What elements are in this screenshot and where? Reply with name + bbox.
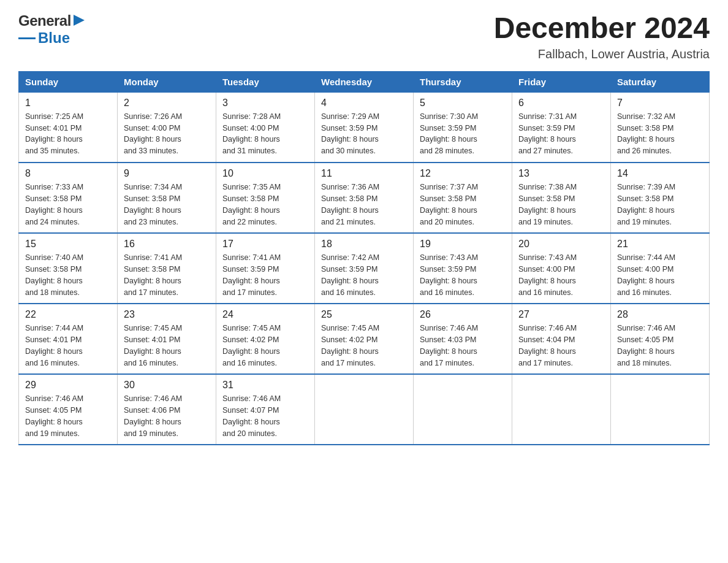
calendar-day-cell: 1 Sunrise: 7:25 AM Sunset: 4:01 PM Dayli…: [19, 92, 118, 163]
sunrise-text: Sunrise: 7:40 AM: [25, 253, 83, 262]
day-info: Sunrise: 7:25 AM Sunset: 4:01 PM Dayligh…: [25, 111, 111, 157]
day-info: Sunrise: 7:37 AM Sunset: 3:58 PM Dayligh…: [420, 182, 506, 228]
calendar-day-cell: 14 Sunrise: 7:39 AM Sunset: 3:58 PM Dayl…: [611, 163, 710, 233]
daylight-text: Daylight: 8 hours: [124, 277, 181, 285]
daylight-text: Daylight: 8 hours: [124, 135, 181, 144]
day-info: Sunrise: 7:31 AM Sunset: 3:59 PM Dayligh…: [518, 111, 604, 157]
sunset-text: Sunset: 4:05 PM: [25, 406, 82, 415]
logo: General Blue: [18, 12, 86, 47]
location-subtitle: Fallbach, Lower Austria, Austria: [494, 47, 710, 61]
sunrise-text: Sunrise: 7:45 AM: [222, 324, 281, 332]
daylight-minutes-text: and 17 minutes.: [124, 288, 178, 297]
sunset-text: Sunset: 3:58 PM: [420, 194, 476, 203]
daylight-minutes-text: and 22 minutes.: [222, 218, 277, 226]
daylight-text: Daylight: 8 hours: [617, 277, 675, 285]
day-number: 2: [124, 98, 210, 109]
weekday-header-thursday: Thursday: [414, 71, 512, 92]
day-number: 1: [25, 98, 111, 109]
sunrise-text: Sunrise: 7:45 AM: [124, 324, 182, 332]
sunrise-text: Sunrise: 7:28 AM: [222, 112, 281, 121]
day-info: Sunrise: 7:34 AM Sunset: 3:58 PM Dayligh…: [124, 182, 210, 228]
day-info: Sunrise: 7:41 AM Sunset: 3:59 PM Dayligh…: [222, 252, 308, 298]
sunrise-text: Sunrise: 7:25 AM: [25, 112, 83, 121]
calendar-day-cell: 16 Sunrise: 7:41 AM Sunset: 3:58 PM Dayl…: [118, 233, 216, 304]
sunrise-text: Sunrise: 7:31 AM: [518, 112, 577, 121]
daylight-minutes-text: and 18 minutes.: [25, 288, 80, 297]
calendar-day-cell: [315, 374, 414, 445]
day-number: 7: [617, 98, 703, 109]
calendar-day-cell: 21 Sunrise: 7:44 AM Sunset: 4:00 PM Dayl…: [611, 233, 710, 304]
day-number: 11: [321, 168, 407, 179]
sunrise-text: Sunrise: 7:41 AM: [222, 253, 281, 262]
day-info: Sunrise: 7:46 AM Sunset: 4:05 PM Dayligh…: [25, 393, 111, 439]
calendar-day-cell: 11 Sunrise: 7:36 AM Sunset: 3:58 PM Dayl…: [315, 163, 414, 233]
daylight-minutes-text: and 18 minutes.: [617, 359, 672, 367]
day-number: 19: [420, 239, 506, 250]
day-info: Sunrise: 7:46 AM Sunset: 4:05 PM Dayligh…: [617, 323, 703, 369]
calendar-day-cell: 10 Sunrise: 7:35 AM Sunset: 3:58 PM Dayl…: [216, 163, 315, 233]
sunset-text: Sunset: 3:59 PM: [420, 124, 476, 132]
day-number: 3: [222, 98, 308, 109]
daylight-text: Daylight: 8 hours: [518, 277, 576, 285]
calendar-day-cell: 6 Sunrise: 7:31 AM Sunset: 3:59 PM Dayli…: [512, 92, 611, 163]
weekday-header-wednesday: Wednesday: [315, 71, 414, 92]
daylight-text: Daylight: 8 hours: [321, 277, 379, 285]
daylight-text: Daylight: 8 hours: [617, 135, 675, 144]
calendar-day-cell: 22 Sunrise: 7:44 AM Sunset: 4:01 PM Dayl…: [19, 304, 118, 374]
sunrise-text: Sunrise: 7:38 AM: [518, 183, 577, 191]
day-info: Sunrise: 7:43 AM Sunset: 3:59 PM Dayligh…: [420, 252, 506, 298]
sunrise-text: Sunrise: 7:37 AM: [420, 183, 478, 191]
daylight-minutes-text: and 31 minutes.: [222, 147, 277, 155]
sunrise-text: Sunrise: 7:33 AM: [25, 183, 83, 191]
sunrise-text: Sunrise: 7:44 AM: [25, 324, 83, 332]
sunrise-text: Sunrise: 7:46 AM: [222, 394, 281, 403]
daylight-minutes-text: and 20 minutes.: [222, 429, 277, 438]
day-info: Sunrise: 7:33 AM Sunset: 3:58 PM Dayligh…: [25, 182, 111, 228]
calendar-week-row: 29 Sunrise: 7:46 AM Sunset: 4:05 PM Dayl…: [19, 374, 710, 445]
daylight-text: Daylight: 8 hours: [222, 418, 280, 426]
day-info: Sunrise: 7:45 AM Sunset: 4:02 PM Dayligh…: [222, 323, 308, 369]
sunrise-text: Sunrise: 7:30 AM: [420, 112, 478, 121]
calendar-day-cell: 27 Sunrise: 7:46 AM Sunset: 4:04 PM Dayl…: [512, 304, 611, 374]
daylight-text: Daylight: 8 hours: [25, 418, 83, 426]
calendar-day-cell: 13 Sunrise: 7:38 AM Sunset: 3:58 PM Dayl…: [512, 163, 611, 233]
day-number: 28: [617, 309, 703, 320]
daylight-minutes-text: and 28 minutes.: [420, 147, 474, 155]
daylight-text: Daylight: 8 hours: [25, 277, 83, 285]
calendar-day-cell: 17 Sunrise: 7:41 AM Sunset: 3:59 PM Dayl…: [216, 233, 315, 304]
daylight-text: Daylight: 8 hours: [25, 135, 83, 144]
weekday-header-sunday: Sunday: [19, 71, 118, 92]
daylight-text: Daylight: 8 hours: [222, 347, 280, 356]
sunrise-text: Sunrise: 7:46 AM: [617, 324, 675, 332]
day-number: 30: [124, 380, 210, 391]
sunset-text: Sunset: 4:00 PM: [222, 124, 279, 132]
sunset-text: Sunset: 3:58 PM: [518, 194, 575, 203]
sunrise-text: Sunrise: 7:46 AM: [124, 394, 182, 403]
daylight-minutes-text: and 19 minutes.: [617, 218, 672, 226]
sunset-text: Sunset: 3:59 PM: [518, 124, 575, 132]
daylight-minutes-text: and 17 minutes.: [321, 359, 376, 367]
calendar-day-cell: 28 Sunrise: 7:46 AM Sunset: 4:05 PM Dayl…: [611, 304, 710, 374]
sunset-text: Sunset: 3:58 PM: [617, 124, 673, 132]
day-number: 16: [124, 239, 210, 250]
sunset-text: Sunset: 3:59 PM: [321, 124, 377, 132]
sunset-text: Sunset: 4:03 PM: [420, 335, 476, 344]
weekday-header-monday: Monday: [118, 71, 216, 92]
sunrise-text: Sunrise: 7:46 AM: [518, 324, 577, 332]
calendar-day-cell: 3 Sunrise: 7:28 AM Sunset: 4:00 PM Dayli…: [216, 92, 315, 163]
day-number: 24: [222, 309, 308, 320]
svg-marker-0: [74, 15, 85, 26]
sunset-text: Sunset: 4:05 PM: [617, 335, 673, 344]
day-info: Sunrise: 7:41 AM Sunset: 3:58 PM Dayligh…: [124, 252, 210, 298]
sunrise-text: Sunrise: 7:34 AM: [124, 183, 182, 191]
day-number: 9: [124, 168, 210, 179]
sunset-text: Sunset: 4:01 PM: [25, 124, 82, 132]
logo-blue: Blue: [38, 29, 70, 47]
day-info: Sunrise: 7:36 AM Sunset: 3:58 PM Dayligh…: [321, 182, 407, 228]
day-number: 10: [222, 168, 308, 179]
calendar-week-row: 1 Sunrise: 7:25 AM Sunset: 4:01 PM Dayli…: [19, 92, 710, 163]
calendar-day-cell: 4 Sunrise: 7:29 AM Sunset: 3:59 PM Dayli…: [315, 92, 414, 163]
day-info: Sunrise: 7:45 AM Sunset: 4:01 PM Dayligh…: [124, 323, 210, 369]
sunset-text: Sunset: 3:58 PM: [124, 194, 180, 203]
sunset-text: Sunset: 3:59 PM: [222, 265, 279, 274]
